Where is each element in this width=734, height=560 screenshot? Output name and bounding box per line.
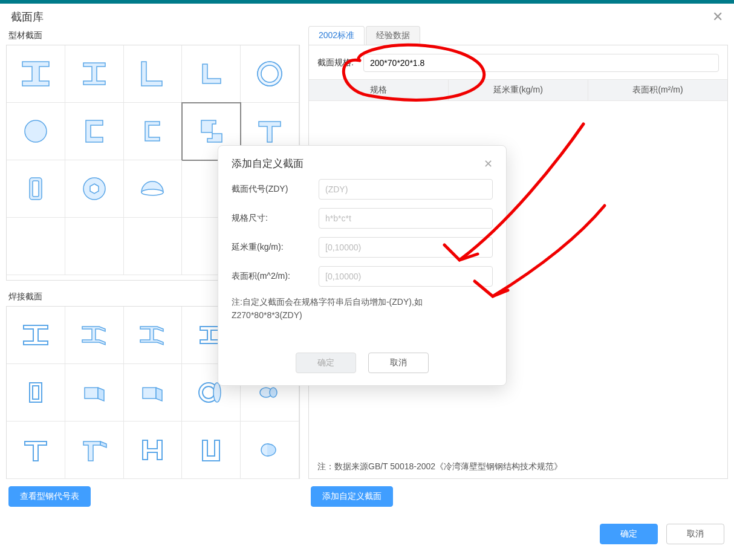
weld-tee-3d[interactable]	[65, 422, 124, 479]
field-label-area: 表面积(m^2/m):	[232, 271, 314, 282]
shape-dome[interactable]	[124, 160, 183, 218]
svg-point-15	[203, 386, 215, 399]
shape-solid-round[interactable]	[7, 103, 65, 160]
spec-table-header: 规格 延米重(kg/m) 表面积(m²/m)	[309, 79, 727, 101]
shape-i-wide[interactable]	[65, 45, 124, 103]
svg-point-16	[213, 383, 221, 402]
weld-rect-3d-2[interactable]	[124, 364, 183, 422]
view-steel-code-table-button[interactable]: 查看型钢代号表	[8, 486, 91, 507]
add-custom-section-dialog: 添加自定义截面 ✕ 截面代号(ZDY) 规格尺寸: 延米重(kg/m): 表面积…	[218, 145, 507, 386]
main-ok-button[interactable]: 确定	[600, 524, 658, 544]
svg-rect-13	[143, 388, 156, 399]
shape-i-narrow[interactable]	[7, 45, 65, 103]
field-label-weight: 延米重(kg/m):	[232, 242, 314, 253]
shape-empty-3[interactable]	[7, 218, 65, 275]
dialog-note: 注:自定义截面会在规格字符串后自动增加-(ZDY),如Z270*80*8*3(Z…	[232, 295, 493, 322]
weld-i-3d-1[interactable]	[65, 307, 124, 364]
svg-marker-8	[90, 184, 99, 194]
th-spec: 规格	[309, 80, 449, 100]
th-weight: 延米重(kg/m)	[449, 80, 588, 100]
shape-hex-bolt[interactable]	[65, 160, 124, 218]
weld-u-flat[interactable]	[182, 422, 241, 479]
shape-channel-c1[interactable]	[65, 103, 124, 160]
shape-pipe[interactable]	[241, 45, 299, 103]
dialog-cancel-button[interactable]: 取消	[368, 353, 429, 373]
weld-i-flat[interactable]	[7, 307, 65, 364]
section-area-input[interactable]	[319, 266, 493, 287]
dialog-title: 添加自定义截面	[232, 157, 304, 171]
section-weight-input[interactable]	[319, 237, 493, 258]
svg-point-18	[270, 388, 277, 397]
dialog-ok-button[interactable]: 确定	[296, 353, 356, 373]
weld-i-3d-2[interactable]	[124, 307, 183, 364]
section-code-input[interactable]	[319, 179, 493, 200]
weld-h-flat[interactable]	[124, 422, 183, 479]
shape-empty-5[interactable]	[124, 218, 183, 275]
right-tabbar: 2002标准 经验数据	[308, 27, 728, 45]
svg-point-3	[261, 65, 278, 82]
data-source-note: 注：数据来源GB/T 50018-2002《冷湾薄壁型钢钢结构技术规范》	[309, 455, 727, 478]
tab-2002-standard[interactable]: 2002标准	[308, 26, 365, 45]
th-area: 表面积(m²/m)	[588, 80, 727, 100]
weld-rect-3d-1[interactable]	[65, 364, 124, 422]
svg-rect-12	[85, 388, 98, 399]
shape-angle-equal[interactable]	[182, 45, 241, 103]
spec-label: 截面规格:	[317, 57, 357, 68]
shape-angle-unequal[interactable]	[124, 45, 183, 103]
svg-rect-6	[33, 181, 39, 197]
section-size-input[interactable]	[319, 208, 493, 229]
add-custom-section-button[interactable]: 添加自定义截面	[311, 486, 393, 507]
shape-rect-tube[interactable]	[7, 160, 65, 218]
section-label-profiles: 型材截面	[8, 30, 300, 41]
svg-point-9	[141, 189, 163, 195]
section-spec-input[interactable]	[363, 54, 719, 72]
field-label-code: 截面代号(ZDY)	[232, 184, 314, 195]
field-label-size: 规格尺寸:	[232, 213, 314, 224]
weld-disc[interactable]	[241, 422, 299, 479]
weld-rect-o[interactable]	[7, 364, 65, 422]
shape-empty-4[interactable]	[65, 218, 124, 275]
weld-tee-flat[interactable]	[7, 422, 65, 479]
shape-channel-c2[interactable]	[124, 103, 183, 160]
dialog-close-icon[interactable]: ✕	[484, 157, 493, 171]
window-title: 截面库	[11, 10, 44, 24]
svg-rect-11	[33, 386, 39, 399]
svg-point-4	[25, 120, 47, 142]
tab-experience-data[interactable]: 经验数据	[366, 26, 420, 45]
window-close-icon[interactable]: ✕	[712, 10, 723, 24]
main-cancel-button[interactable]: 取消	[666, 524, 724, 544]
